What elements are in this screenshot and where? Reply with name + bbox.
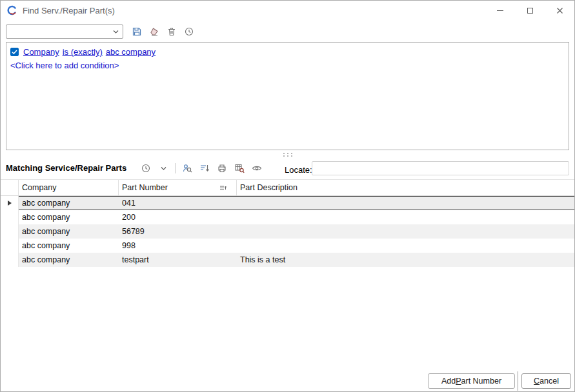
add-condition-link[interactable]: <Click here to add condition> <box>10 61 565 70</box>
cell-part-description <box>237 197 575 210</box>
print-button[interactable] <box>216 162 228 174</box>
cell-part-number: 56789 <box>119 224 237 239</box>
cell-part-description <box>237 210 575 224</box>
minimize-button[interactable] <box>485 1 515 20</box>
query-toolbar <box>6 24 195 39</box>
locate-input[interactable] <box>312 161 569 175</box>
toolbar-separator <box>175 163 176 173</box>
row-band: abc company 56789 <box>19 224 575 239</box>
grid-search-icon <box>234 163 245 173</box>
locate-label: Locate: <box>285 165 312 175</box>
cell-company: abc company <box>19 224 119 239</box>
delete-search-button[interactable] <box>166 26 177 37</box>
close-icon <box>556 7 563 14</box>
splitter-handle[interactable] <box>1 150 574 159</box>
find-person-button[interactable] <box>181 162 193 174</box>
row-band: abc company 041 <box>19 196 575 210</box>
row-band: abc company testpart This is a test <box>19 253 575 267</box>
row-indicator <box>1 224 19 239</box>
table-row[interactable]: abc company testpart This is a test <box>1 253 575 267</box>
app-logo-icon <box>7 5 17 15</box>
titlebar: Find Serv./Repair Part(s) <box>1 1 574 20</box>
trash-icon <box>166 26 177 37</box>
row-indicator <box>1 210 19 224</box>
row-indicator <box>1 196 19 210</box>
sort-button[interactable] <box>199 162 210 174</box>
results-heading: Matching Service/Repair Parts <box>6 163 126 173</box>
condition-checkbox[interactable] <box>10 48 19 56</box>
cell-company: abc company <box>19 253 119 267</box>
condition-value-link[interactable]: abc company <box>106 47 156 57</box>
find-person-icon <box>182 163 192 173</box>
splitter-grip-icon <box>281 152 294 157</box>
clear-conditions-button[interactable] <box>148 26 160 37</box>
table-row[interactable]: abc company 998 <box>1 239 575 253</box>
window-controls <box>485 1 574 20</box>
results-grid: Company Part Number Part Description abc… <box>1 179 575 267</box>
cell-company: abc company <box>19 210 119 224</box>
history-icon <box>141 163 151 173</box>
cell-part-description <box>237 239 575 253</box>
button-label-post: art Number <box>461 377 502 386</box>
eye-icon <box>252 163 262 173</box>
condition-operator-link[interactable]: is (exactly) <box>63 47 103 57</box>
sort-icon <box>199 163 210 173</box>
cell-company: abc company <box>19 197 119 210</box>
cell-company: abc company <box>19 239 119 253</box>
chevron-down-icon <box>161 166 166 171</box>
row-indicator <box>1 253 19 267</box>
print-icon <box>217 163 227 173</box>
button-label-key: P <box>456 377 461 386</box>
indicator-column-header <box>1 180 19 195</box>
results-history-button[interactable] <box>140 162 152 174</box>
column-header-part-number[interactable]: Part Number <box>119 180 237 195</box>
search-history-button[interactable] <box>183 26 195 37</box>
chevron-down-icon <box>113 30 119 34</box>
button-label-post: ancel <box>540 377 559 386</box>
column-header-label: Company <box>22 183 57 192</box>
cell-part-number: testpart <box>119 253 237 267</box>
row-band: abc company 998 <box>19 239 575 253</box>
button-label-pre: Add <box>441 377 456 386</box>
table-row[interactable]: abc company 200 <box>1 210 575 224</box>
cell-part-number: 200 <box>119 210 237 224</box>
column-header-label: Part Number <box>122 183 168 192</box>
add-part-number-button[interactable]: Add Part Number <box>428 373 515 389</box>
table-row[interactable]: abc company 041 <box>1 196 575 210</box>
column-header-company[interactable]: Company <box>19 180 119 195</box>
column-header-part-description[interactable]: Part Description <box>237 180 575 195</box>
history-icon <box>184 26 194 37</box>
button-divider <box>518 371 518 391</box>
maximize-icon <box>527 8 533 14</box>
grid-search-button[interactable] <box>234 162 245 174</box>
condition-builder-panel: Company is (exactly) abc company <Click … <box>6 42 569 150</box>
close-button[interactable] <box>545 1 574 20</box>
checkmark-icon <box>11 48 18 55</box>
window-title: Find Serv./Repair Part(s) <box>23 6 115 15</box>
sort-ascending-icon <box>219 185 227 191</box>
condition-field-link[interactable]: Company <box>23 47 59 57</box>
column-header-label: Part Description <box>240 183 298 192</box>
eraser-icon <box>149 26 159 37</box>
row-indicator <box>1 239 19 253</box>
save-icon <box>132 26 142 37</box>
minimize-icon <box>497 10 503 11</box>
preview-button[interactable] <box>251 162 263 174</box>
grid-header: Company Part Number Part Description <box>1 179 575 196</box>
selected-row-arrow-icon <box>8 201 12 206</box>
cell-part-number: 041 <box>119 197 237 210</box>
save-search-button[interactable] <box>131 26 143 37</box>
cancel-button[interactable]: Cancel <box>521 373 571 389</box>
row-band: abc company 200 <box>19 210 575 224</box>
maximize-button[interactable] <box>515 1 545 20</box>
cell-part-description <box>237 224 575 239</box>
button-label-key: C <box>534 377 540 386</box>
condition-row: Company is (exactly) abc company <box>10 47 565 57</box>
results-toolbar <box>140 161 263 176</box>
find-parts-dialog: Find Serv./Repair Part(s) <box>0 0 575 392</box>
cell-part-number: 998 <box>119 239 237 253</box>
saved-search-combobox[interactable] <box>6 24 123 39</box>
cell-part-description: This is a test <box>237 253 575 267</box>
table-row[interactable]: abc company 56789 <box>1 224 575 239</box>
history-dropdown-button[interactable] <box>157 162 169 174</box>
